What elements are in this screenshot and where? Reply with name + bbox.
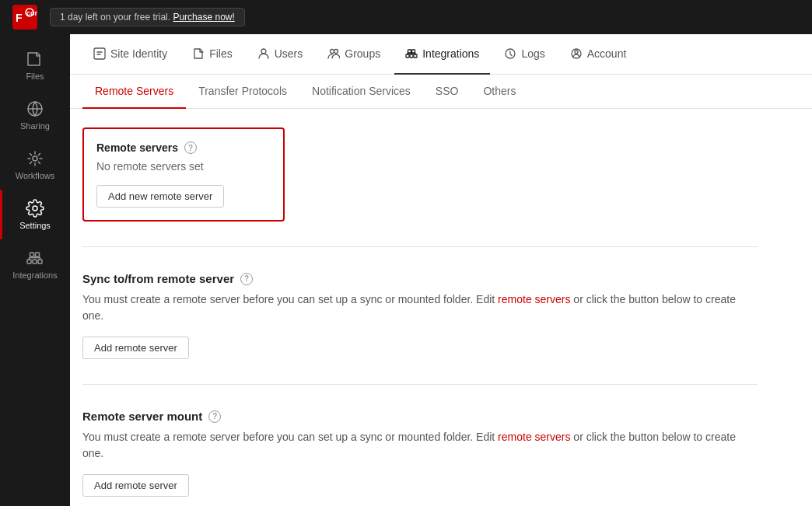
nav-tabs: Site Identity Files Users	[70, 34, 812, 75]
sidebar-item-workflows[interactable]: Workflows	[0, 140, 70, 190]
svg-rect-9	[30, 253, 34, 256]
sub-tab-others[interactable]: Others	[471, 75, 528, 109]
workflows-icon	[26, 149, 44, 168]
remote-servers-empty-desc: No remote servers set	[96, 160, 271, 173]
remote-servers-box-title: Remote servers ?	[96, 141, 271, 154]
add-remote-server-mount-button[interactable]: Add remote server	[82, 474, 189, 497]
sidebar-item-settings[interactable]: Settings	[0, 190, 70, 239]
sidebar-label-sharing: Sharing	[20, 121, 50, 131]
mount-help-icon[interactable]: ?	[208, 410, 221, 423]
trial-message: 1 day left on your free trial.	[60, 12, 170, 23]
active-indicator	[0, 190, 2, 239]
integrations-icon	[26, 249, 44, 267]
svg-point-22	[575, 51, 578, 54]
topbar: F com 1 day left on your free trial. Pur…	[0, 0, 812, 34]
files-nav-icon	[192, 47, 205, 60]
sub-tab-remote-servers[interactable]: Remote Servers	[82, 75, 186, 109]
users-icon	[257, 47, 270, 60]
tab-integrations[interactable]: Integrations	[394, 34, 490, 75]
files-logo: F com	[12, 5, 37, 30]
integrations-nav-icon	[405, 47, 418, 60]
svg-rect-18	[408, 50, 411, 53]
sidebar-item-integrations[interactable]: Integrations	[0, 239, 70, 289]
sync-remote-servers-link[interactable]: remote servers	[498, 293, 570, 305]
remote-servers-section: Remote servers ? No remote servers set A…	[82, 127, 758, 247]
svg-point-14	[334, 49, 338, 53]
sub-tab-transfer-protocols[interactable]: Transfer Protocols	[186, 75, 299, 109]
logs-icon	[504, 47, 516, 60]
sub-tab-sso[interactable]: SSO	[423, 75, 471, 109]
svg-point-5	[33, 206, 37, 211]
sidebar-label-workflows: Workflows	[16, 171, 55, 180]
sidebar-item-sharing[interactable]: Sharing	[0, 90, 70, 140]
tab-groups[interactable]: Groups	[317, 34, 391, 75]
svg-rect-16	[410, 54, 413, 58]
sync-section-desc: You must create a remote server before y…	[82, 291, 758, 324]
mount-section-title: Remote server mount ?	[82, 410, 758, 423]
add-new-remote-server-button[interactable]: Add new remote server	[96, 185, 224, 208]
sub-tab-notification-services[interactable]: Notification Services	[299, 75, 423, 109]
remote-servers-box: Remote servers ? No remote servers set A…	[82, 127, 285, 222]
svg-rect-10	[36, 253, 40, 256]
page-content: Remote servers ? No remote servers set A…	[70, 109, 770, 506]
groups-icon	[327, 47, 340, 60]
sync-help-icon[interactable]: ?	[240, 273, 253, 285]
sync-section-title: Sync to/from remote server ?	[82, 272, 758, 285]
logo: F com	[12, 5, 37, 30]
sidebar-item-files[interactable]: Files	[0, 40, 70, 90]
svg-point-12	[261, 49, 266, 54]
svg-rect-7	[33, 260, 37, 263]
sidebar-label-integrations: Integrations	[12, 270, 57, 280]
sub-tabs: Remote Servers Transfer Protocols Notifi…	[70, 75, 812, 109]
tab-users[interactable]: Users	[247, 34, 314, 75]
account-icon	[570, 47, 583, 60]
svg-point-4	[33, 156, 37, 161]
tab-files[interactable]: Files	[181, 34, 243, 75]
tab-logs[interactable]: Logs	[493, 34, 555, 75]
mount-section-desc: You must create a remote server before y…	[82, 429, 758, 462]
svg-rect-19	[412, 50, 415, 53]
svg-text:com: com	[26, 9, 37, 17]
trial-banner: 1 day left on your free trial. Purchase …	[50, 8, 245, 26]
svg-text:F: F	[16, 12, 23, 24]
purchase-link[interactable]: Purchase now!	[173, 12, 234, 23]
sidebar-label-files: Files	[26, 72, 44, 81]
sharing-icon	[26, 99, 44, 118]
add-remote-server-sync-button[interactable]: Add remote server	[82, 337, 189, 359]
mount-remote-servers-link[interactable]: remote servers	[498, 431, 570, 443]
svg-rect-11	[94, 48, 105, 59]
sidebar-label-settings: Settings	[19, 221, 51, 230]
settings-icon	[26, 199, 44, 218]
tab-site-identity[interactable]: Site Identity	[82, 34, 178, 75]
files-icon	[26, 50, 44, 68]
remote-servers-help-icon[interactable]: ?	[184, 141, 197, 154]
site-identity-icon	[93, 47, 106, 60]
sync-section: Sync to/from remote server ? You must cr…	[82, 272, 758, 385]
main-content: Site Identity Files Users	[70, 34, 812, 506]
tab-account[interactable]: Account	[559, 34, 638, 75]
mount-section: Remote server mount ? You must create a …	[82, 410, 758, 506]
svg-point-13	[331, 49, 334, 53]
sidebar: Files Sharing Workflows Settings	[0, 34, 70, 506]
